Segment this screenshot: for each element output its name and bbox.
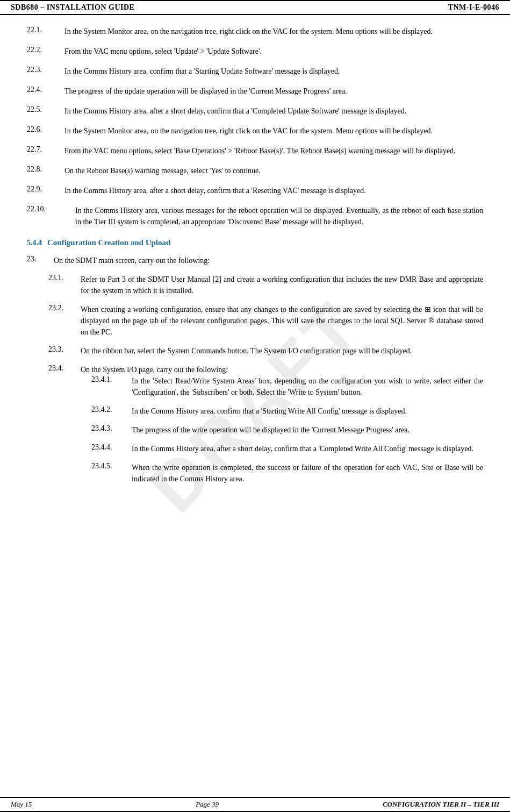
page-header: SDB680 – INSTALLATION GUIDE TNM-I-E-0046 xyxy=(0,0,510,15)
item-23-4-5-num: 23.4.5. xyxy=(91,462,132,471)
item-23-4-3-block: 23.4.3. The progress of the write operat… xyxy=(91,424,483,436)
item-23-num: 23. xyxy=(27,255,54,266)
item-23-4-2-num: 23.4.2. xyxy=(91,405,132,414)
header-title-left: SDB680 – INSTALLATION GUIDE xyxy=(11,3,134,12)
item-22-1: 22.1. In the System Monitor area, on the… xyxy=(27,26,483,37)
item-23-4-4: 23.4.4. In the Comms History area, after… xyxy=(91,443,483,454)
section-22-items: 22.1. In the System Monitor area, on the… xyxy=(27,26,483,227)
item-22-9: 22.9. In the Comms History area, after a… xyxy=(27,185,483,196)
item-23-4-3: 23.4.3. The progress of the write operat… xyxy=(91,424,483,436)
header-title-right: TNM-I-E-0046 xyxy=(448,3,499,12)
page-footer: May 15 Page 39 CONFIGURATION TIER II – T… xyxy=(0,797,510,812)
item-22-3: 22.3. In the Comms History area, confirm… xyxy=(27,66,483,77)
item-22-8: 22.8. On the Reboot Base(s) warning mess… xyxy=(27,165,483,176)
item-22-5-num: 22.5. xyxy=(27,105,64,114)
item-23-4-num: 23.4. xyxy=(48,364,81,373)
item-23-4-block: 23.4. On the System I/O page, carry out … xyxy=(48,364,483,485)
item-22-3-text: In the Comms History area, confirm that … xyxy=(64,66,483,77)
item-23-3-num: 23.3. xyxy=(48,345,81,354)
item-22-3-num: 22.3. xyxy=(27,66,64,74)
item-23-4-2: 23.4.2. In the Comms History area, confi… xyxy=(91,405,483,417)
item-23-4-2-block: 23.4.2. In the Comms History area, confi… xyxy=(91,405,483,417)
item-22-8-num: 22.8. xyxy=(27,165,64,174)
item-22-1-num: 22.1. xyxy=(27,26,64,34)
item-23-4-4-text: In the Comms History area, after a short… xyxy=(132,443,483,454)
item-22-9-num: 22.9. xyxy=(27,185,64,194)
item-22-7-num: 22.7. xyxy=(27,145,64,154)
item-22-10-text: In the Comms History area, various messa… xyxy=(75,205,483,227)
item-23-1-num: 23.1. xyxy=(48,274,81,282)
item-23-4: 23.4. On the System I/O page, carry out … xyxy=(48,364,483,375)
item-23-3: 23.3. On the ribbon bar, select the Syst… xyxy=(48,345,483,357)
item-22-2-text: From the VAC menu options, select 'Updat… xyxy=(64,46,483,57)
item-23-4-1: 23.4.1. In the 'Select Read/Write System… xyxy=(91,375,483,398)
item-23-4-1-block: 23.4.1. In the 'Select Read/Write System… xyxy=(91,375,483,398)
item-23-4-5-text: When the write operation is completed, t… xyxy=(132,462,483,485)
item-22-4: 22.4. The progress of the update operati… xyxy=(27,86,483,97)
item-22-4-text: The progress of the update operation wil… xyxy=(64,86,483,97)
item-23-1-text: Refer to Part 3 of the SDMT User Manual … xyxy=(81,274,483,296)
item-23-text: On the SDMT main screen, carry out the f… xyxy=(54,255,483,266)
item-23-3-block: 23.3. On the ribbon bar, select the Syst… xyxy=(48,345,483,357)
section-544-title: Configuration Creation and Upload xyxy=(47,238,170,247)
item-23-4-4-block: 23.4.4. In the Comms History area, after… xyxy=(91,443,483,454)
item-22-1-text: In the System Monitor area, on the navig… xyxy=(64,26,483,37)
footer-date: May 15 xyxy=(11,800,32,809)
item-23-2-num: 23.2. xyxy=(48,304,81,312)
item-23-2: 23.2. When creating a working configurat… xyxy=(48,304,483,338)
item-23-2-block: 23.2. When creating a working configurat… xyxy=(48,304,483,338)
item-22-5-text: In the Comms History area, after a short… xyxy=(64,105,483,117)
item-22-2-num: 22.2. xyxy=(27,46,64,54)
item-23-4-1-num: 23.4.1. xyxy=(91,375,132,384)
item-23-1: 23.1. Refer to Part 3 of the SDMT User M… xyxy=(48,274,483,296)
item-22-10: 22.10. In the Comms History area, variou… xyxy=(27,205,483,227)
item-22-9-text: In the Comms History area, after a short… xyxy=(64,185,483,196)
item-22-2: 22.2. From the VAC menu options, select … xyxy=(27,46,483,57)
item-22-5: 22.5. In the Comms History area, after a… xyxy=(27,105,483,117)
item-23-4-5-block: 23.4.5. When the write operation is comp… xyxy=(91,462,483,485)
item-23-4-4-num: 23.4.4. xyxy=(91,443,132,452)
item-23-2-text: When creating a working configuration, e… xyxy=(81,304,483,338)
section-544-num: 5.4.4 xyxy=(27,239,42,247)
item-22-8-text: On the Reboot Base(s) warning message, s… xyxy=(64,165,483,176)
item-23-4-5: 23.4.5. When the write operation is comp… xyxy=(91,462,483,485)
item-22-4-num: 22.4. xyxy=(27,86,64,94)
item-23-4-text: On the System I/O page, carry out the fo… xyxy=(81,364,483,375)
section-544-header: 5.4.4 Configuration Creation and Upload xyxy=(27,238,483,247)
item-23-4-3-text: The progress of the write operation will… xyxy=(132,424,483,436)
item-22-10-num: 22.10. xyxy=(27,205,75,213)
item-22-7-text: From the VAC menu options, select 'Base … xyxy=(64,145,483,156)
item-22-6-text: In the System Monitor area, on the navig… xyxy=(64,125,483,137)
item-23-4-2-text: In the Comms History area, confirm that … xyxy=(132,405,483,417)
footer-page: Page 39 xyxy=(196,800,219,809)
item-23-4-1-text: In the 'Select Read/Write System Areas' … xyxy=(132,375,483,398)
item-22-6-num: 22.6. xyxy=(27,125,64,134)
item-23: 23. On the SDMT main screen, carry out t… xyxy=(27,255,483,266)
item-23-3-text: On the ribbon bar, select the System Com… xyxy=(81,345,483,357)
item-23-1-block: 23.1. Refer to Part 3 of the SDMT User M… xyxy=(48,274,483,296)
item-22-7: 22.7. From the VAC menu options, select … xyxy=(27,145,483,156)
item-22-6: 22.6. In the System Monitor area, on the… xyxy=(27,125,483,137)
item-23-4-3-num: 23.4.3. xyxy=(91,424,132,433)
footer-section: CONFIGURATION TIER II – TIER III xyxy=(383,800,499,809)
